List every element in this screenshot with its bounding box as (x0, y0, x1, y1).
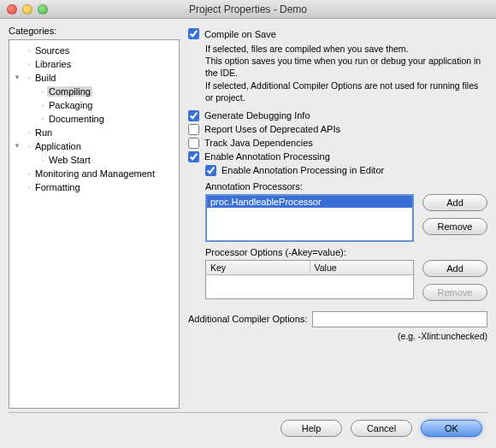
add-option-button[interactable]: Add (422, 260, 487, 277)
zoom-icon[interactable] (38, 4, 48, 15)
titlebar: Project Properties - Demo (0, 0, 496, 19)
content-area: Categories: Sources Libraries Build Comp… (0, 19, 496, 410)
table-header: Key Value (206, 261, 413, 275)
compile-on-save-label: Compile on Save (204, 29, 276, 39)
processors-list-row: proc.HandleableProcessor Add Remove (205, 194, 487, 242)
categories-tree[interactable]: Sources Libraries Build Compiling Packag… (9, 39, 180, 409)
disclosure-open-icon[interactable] (13, 74, 21, 81)
anno-proc-label: Enable Annotation Processing (204, 151, 330, 162)
anno-editor-checkbox[interactable] (205, 165, 216, 176)
categories-label: Categories: (9, 26, 180, 36)
annotation-processors-list[interactable]: proc.HandleableProcessor (205, 194, 414, 242)
tree-label: Build (33, 73, 56, 83)
settings-panel: Compile on Save If selected, files are c… (180, 26, 487, 407)
tree-label: Application (33, 141, 81, 151)
bullet-icon (25, 141, 33, 151)
cancel-button[interactable]: Cancel (351, 420, 412, 437)
generate-debug-label: Generate Debugging Info (204, 110, 310, 121)
generate-debug-row: Generate Debugging Info (188, 110, 487, 121)
options-buttons: Add Remove (422, 260, 487, 301)
categories-panel: Categories: Sources Libraries Build Comp… (9, 26, 180, 407)
generate-debug-checkbox[interactable] (188, 110, 199, 121)
deprecated-label: Report Uses of Deprecated APIs (204, 124, 340, 134)
tree-item-packaging[interactable]: Packaging (9, 98, 179, 112)
traffic-lights (7, 4, 48, 15)
desc-line: If selected, Additional Compiler Options… (205, 80, 487, 103)
bullet-icon (38, 155, 47, 165)
help-button[interactable]: Help (280, 420, 342, 437)
bullet-icon (25, 168, 33, 179)
tree-item-application[interactable]: Application (9, 139, 179, 153)
options-list-row: Key Value Add Remove (205, 260, 487, 301)
tree-label: Packaging (47, 100, 92, 110)
remove-option-button[interactable]: Remove (422, 284, 487, 301)
minimize-icon[interactable] (22, 4, 32, 15)
tree-item-webstart[interactable]: Web Start (9, 153, 179, 167)
tree-label: Formatting (33, 182, 80, 192)
bullet-icon (25, 59, 33, 69)
tree-label: Web Start (47, 155, 91, 165)
annotation-processors-label: Annotation Processors: (205, 181, 487, 192)
tree-item-documenting[interactable]: Documenting (9, 112, 179, 126)
add-processor-button[interactable]: Add (422, 194, 487, 211)
compile-on-save-checkbox[interactable] (188, 28, 199, 39)
additional-options-row: Additional Compiler Options: (188, 311, 487, 327)
tree-item-formatting[interactable]: Formatting (9, 180, 179, 194)
tree-item-compiling[interactable]: Compiling (9, 85, 179, 98)
compile-on-save-row: Compile on Save (188, 28, 487, 39)
column-value[interactable]: Value (310, 261, 414, 274)
processors-buttons: Add Remove (422, 194, 487, 235)
tree-item-libraries[interactable]: Libraries (9, 57, 179, 71)
bullet-icon (38, 86, 47, 97)
anno-editor-row: Enable Annotation Processing in Editor (205, 165, 487, 176)
tree-item-monitoring[interactable]: Monitoring and Management (9, 167, 179, 180)
list-item[interactable]: proc.HandleableProcessor (207, 196, 412, 208)
tree-item-sources[interactable]: Sources (9, 44, 179, 57)
bullet-icon (38, 114, 47, 124)
additional-options-label: Additional Compiler Options: (188, 314, 307, 324)
tree-label: Monitoring and Management (33, 168, 155, 179)
deprecated-checkbox[interactable] (188, 124, 199, 135)
tree-label: Compiling (47, 86, 92, 97)
tree-item-build[interactable]: Build (9, 71, 179, 85)
tree-item-run[interactable]: Run (9, 126, 179, 139)
processor-options-table[interactable]: Key Value (205, 260, 414, 299)
example-text: (e.g. -Xlint:unchecked) (188, 331, 487, 341)
tree-label: Run (33, 127, 52, 138)
ok-button[interactable]: OK (421, 420, 482, 437)
anno-editor-label: Enable Annotation Processing in Editor (221, 165, 384, 175)
separator (9, 412, 487, 413)
tree-label: Sources (33, 45, 69, 56)
processors-section: Annotation Processors: proc.HandleablePr… (205, 181, 487, 301)
bullet-icon (25, 45, 33, 56)
desc-line: This option saves you time when you run … (205, 55, 487, 79)
bullet-icon (38, 100, 47, 110)
processor-options-label: Processor Options (-Akey=value): (205, 247, 487, 257)
additional-options-input[interactable] (312, 311, 487, 327)
dialog-footer: Help Cancel OK (0, 415, 496, 445)
track-deps-checkbox[interactable] (188, 138, 199, 149)
deprecated-row: Report Uses of Deprecated APIs (188, 124, 487, 135)
anno-proc-checkbox[interactable] (188, 151, 199, 162)
window-title: Project Properties - Demo (0, 3, 496, 15)
remove-processor-button[interactable]: Remove (422, 218, 487, 235)
tree-label: Libraries (33, 59, 71, 69)
bullet-icon (25, 73, 33, 83)
track-deps-row: Track Java Dependencies (188, 138, 487, 149)
track-deps-label: Track Java Dependencies (204, 138, 313, 148)
column-key[interactable]: Key (206, 261, 310, 274)
bullet-icon (25, 182, 33, 192)
bullet-icon (25, 127, 33, 138)
anno-proc-row: Enable Annotation Processing (188, 151, 487, 162)
tree-label: Documenting (47, 114, 104, 124)
disclosure-open-icon[interactable] (13, 143, 21, 150)
desc-line: If selected, files are compiled when you… (205, 43, 487, 55)
compile-on-save-description: If selected, files are compiled when you… (205, 43, 487, 103)
close-icon[interactable] (7, 4, 17, 15)
